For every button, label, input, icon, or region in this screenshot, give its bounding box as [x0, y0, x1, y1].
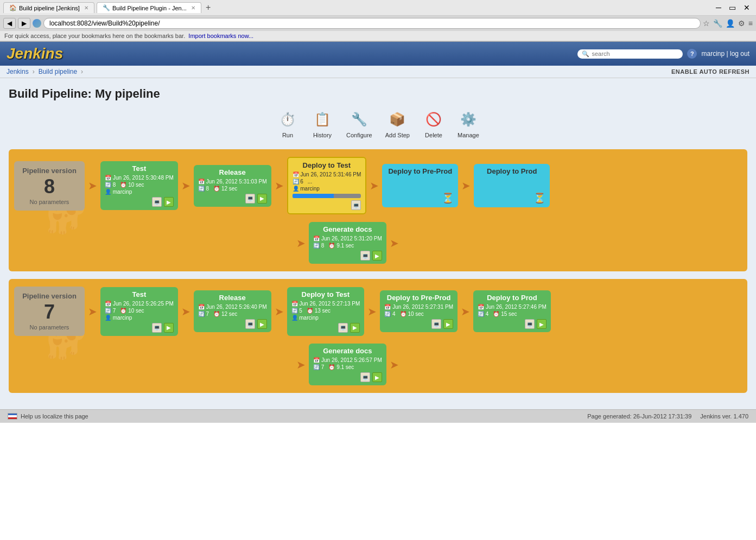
tab2-label: Build Pipeline Plugin - Jen...: [112, 5, 187, 11]
minimize-button[interactable]: ─: [713, 2, 724, 13]
menu-icon[interactable]: ≡: [748, 19, 753, 28]
arrow-1-7: ➤: [88, 305, 97, 318]
deploy-test-title-7: Deploy to Test: [291, 290, 360, 298]
version-card-7: Pipeline version 7 No parameters: [14, 287, 85, 336]
tab-bar: 🏠 Build pipeline [Jenkins] ✕ 🔧 Build Pip…: [0, 0, 756, 16]
deploy-test-run-btn-7[interactable]: ▶: [350, 323, 360, 333]
tools-icon[interactable]: 🔧: [713, 19, 722, 28]
deploy-test-footer-7: 💻 ▶: [291, 323, 360, 333]
gen-docs-run-btn-8[interactable]: ▶: [372, 251, 382, 261]
version-num-7: 7: [18, 302, 80, 322]
add-step-tool[interactable]: 📦 Add Step: [385, 109, 410, 138]
delete-tool[interactable]: 🚫 Delete: [423, 109, 444, 138]
maximize-button[interactable]: ▭: [726, 2, 739, 13]
deploy-prod-run-btn-7[interactable]: ▶: [537, 319, 547, 329]
test-run-btn-7[interactable]: ▶: [164, 323, 174, 333]
tab2-close[interactable]: ✕: [191, 5, 195, 11]
release-run-btn-8[interactable]: ▶: [257, 194, 267, 204]
gen-docs-info-8: 📅Jun 26, 2012 5:31:20 PM 🔄 8 ⏰ 9.1 sec: [313, 236, 382, 249]
test-dur-7: 10 sec: [128, 308, 144, 314]
deploy-test-build-8: 6: [300, 179, 303, 185]
release-console-btn-7[interactable]: 💻: [245, 319, 255, 329]
close-window-button[interactable]: ✕: [741, 2, 753, 13]
arrow-2-8: ➤: [181, 179, 190, 192]
test-info-8: 📅Jun 26, 2012 5:30:48 PM 🔄 8 ⏰ 10 sec 👤 …: [105, 175, 174, 195]
gen-docs-footer-7: 💻 ▶: [313, 372, 382, 382]
history-tool[interactable]: 📋 History: [312, 109, 333, 138]
username-link[interactable]: marcinp: [701, 50, 725, 58]
deploy-test-build-7: 5: [299, 308, 302, 314]
arrow-2-7: ➤: [181, 305, 190, 318]
release-build-8: 8: [206, 186, 209, 192]
gen-docs-title-7: Generate docs: [313, 347, 382, 355]
test-console-btn-8[interactable]: 💻: [152, 197, 162, 207]
deploy-prod-title-8: Deploy to Prod: [478, 167, 545, 175]
deploy-preprod-console-btn-7[interactable]: 💻: [431, 319, 441, 329]
test-title-7: Test: [105, 290, 174, 298]
deploy-prod-dur-7: 15 sec: [501, 311, 517, 317]
gen-docs-console-btn-7[interactable]: 💻: [360, 372, 370, 382]
delete-icon: 🚫: [423, 109, 444, 130]
toolbar: ⏱️ Run 📋 History 🔧 Configure 📦 Add Step …: [9, 109, 747, 138]
tab1-icon: 🏠: [9, 4, 17, 11]
arrow-5-8: ➤: [461, 179, 471, 192]
bookmark-star-icon[interactable]: ☆: [703, 19, 710, 28]
jenkins-logo-text: Jenkins: [7, 45, 63, 62]
browser-chrome: 🏠 Build pipeline [Jenkins] ✕ 🔧 Build Pip…: [0, 0, 756, 42]
run-tool[interactable]: ⏱️ Run: [277, 109, 298, 138]
gen-docs-build-7: 7: [321, 364, 325, 370]
arrow-4-8: ➤: [370, 179, 379, 192]
deploy-prod-console-btn-7[interactable]: 💻: [525, 319, 535, 329]
help-button[interactable]: ?: [687, 49, 697, 59]
pipeline-sub-row-7: ➤ Generate docs 📅Jun 26, 2012 5:26:57 PM…: [14, 344, 399, 385]
import-bookmarks-link[interactable]: Import bookmarks now...: [188, 33, 253, 39]
tab-2[interactable]: 🔧 Build Pipeline Plugin - Jen... ✕: [97, 2, 201, 13]
refresh-button[interactable]: [33, 19, 41, 28]
deploy-test-console-btn-7[interactable]: 💻: [338, 323, 348, 333]
test-date-8: Jun 26, 2012 5:30:48 PM: [113, 175, 174, 181]
deploy-preprod-card-8: Deploy to Pre-Prod ⏳: [382, 164, 458, 207]
profile-icon[interactable]: 👤: [726, 19, 735, 28]
release-dur-8: 12 sec: [221, 186, 237, 192]
localize-text: Help us localize this page: [21, 413, 88, 420]
gen-docs-run-btn-7[interactable]: ▶: [372, 372, 382, 382]
release-footer-8: 💻 ▶: [198, 194, 267, 204]
main-content: Build Pipeline: My pipeline ⏱️ Run 📋 His…: [0, 78, 756, 409]
deploy-preprod-run-btn-7[interactable]: ▶: [443, 319, 453, 329]
back-button[interactable]: ◀: [3, 18, 16, 29]
gen-docs-console-btn-8[interactable]: 💻: [360, 251, 370, 261]
forward-button[interactable]: ▶: [18, 18, 30, 29]
tab-1[interactable]: 🏠 Build pipeline [Jenkins] ✕: [3, 2, 94, 13]
deploy-test-dur-7: 13 sec: [315, 308, 331, 314]
release-card-8: Release 📅Jun 26, 2012 5:31:03 PM 🔄 8 ⏰ 1…: [194, 165, 271, 207]
logout-link[interactable]: log out: [730, 50, 749, 58]
breadcrumb-jenkins[interactable]: Jenkins: [7, 68, 29, 75]
manage-tool[interactable]: ⚙️ Manage: [458, 109, 479, 138]
auto-refresh-button[interactable]: ENABLE AUTO REFRESH: [671, 68, 749, 75]
deploy-prod-title-7: Deploy to Prod: [478, 294, 547, 302]
run-label: Run: [282, 132, 293, 138]
breadcrumb-pipeline[interactable]: Build pipeline: [39, 68, 77, 75]
tab1-label: Build pipeline [Jenkins]: [19, 5, 80, 11]
tab1-close[interactable]: ✕: [84, 5, 88, 11]
deploy-test-console-btn-8[interactable]: 💻: [351, 200, 361, 210]
new-tab-button[interactable]: +: [206, 3, 211, 12]
add-step-label: Add Step: [385, 132, 410, 138]
test-run-btn-8[interactable]: ▶: [164, 197, 174, 207]
apps-icon[interactable]: ⚙: [738, 19, 745, 28]
release-run-btn-7[interactable]: ▶: [257, 319, 267, 329]
configure-tool[interactable]: 🔧 Configure: [346, 109, 372, 138]
test-console-btn-7[interactable]: 💻: [152, 323, 162, 333]
version-num-8: 8: [18, 177, 80, 196]
test-build-8: 8: [113, 182, 116, 188]
release-date-8: Jun 26, 2012 5:31:03 PM: [206, 179, 267, 185]
address-bar[interactable]: [43, 18, 701, 29]
search-input[interactable]: [592, 50, 678, 57]
breadcrumb: Jenkins › Build pipeline › ENABLE AUTO R…: [0, 66, 756, 78]
delete-label: Delete: [425, 132, 442, 138]
deploy-prod-hourglass-8: ⏳: [533, 192, 545, 204]
jenkins-logo: Jenkins: [7, 45, 63, 62]
deploy-preprod-footer-7: 💻 ▶: [384, 319, 453, 329]
release-console-btn-8[interactable]: 💻: [245, 194, 255, 204]
test-card-8: Test 📅Jun 26, 2012 5:30:48 PM 🔄 8 ⏰ 10 s…: [100, 161, 178, 210]
